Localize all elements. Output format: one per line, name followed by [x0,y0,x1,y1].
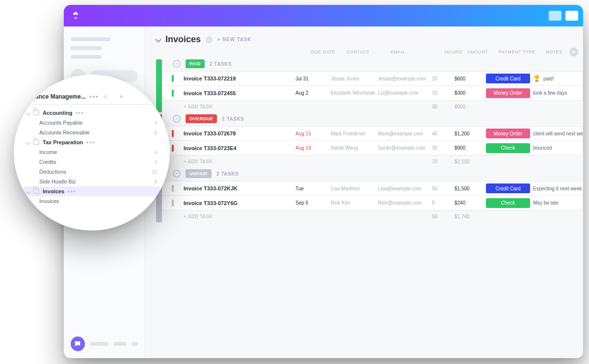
list-label: Accounts Receivable [39,130,90,135]
list-item[interactable]: Side Hustle Biz6 [27,177,157,186]
collapse-icon[interactable] [155,36,161,43]
more-icon[interactable]: ••• [76,110,85,116]
add-task-button[interactable]: + ADD TASK [184,101,295,112]
cell-email[interactable]: Rick@example.com [378,200,432,206]
cell-hours[interactable]: 10 [432,90,455,96]
cell-contact[interactable]: Elizabeth Wincheste [331,90,378,96]
list-item[interactable]: Accounts Payable4 [27,118,157,128]
status-check-icon[interactable] [173,60,181,68]
column-hours[interactable]: HOURS [445,50,467,54]
more-icon[interactable]: ••• [86,139,95,145]
payment-type-button[interactable]: Money Order [486,88,530,98]
cell-amount[interactable]: $900 [455,145,486,151]
payment-type-button[interactable]: Check [486,198,530,208]
cell-contact[interactable]: Sarah Wang [331,145,378,151]
cell-notes[interactable]: Expecting it next week [533,186,583,191]
table-row[interactable]: Invoice T333-072Y6G Sep 5 Rick Kim Rick@… [162,196,583,210]
space-header[interactable]: Finance Manageme... ••• + [27,93,157,100]
window-maximize-button[interactable] [565,11,578,21]
task-name[interactable]: Invoice T333-0723E4 [184,145,295,151]
cell-email[interactable]: Mark@example.com [378,131,432,136]
task-name[interactable]: Invoice T333-072219 [184,76,295,81]
cell-due-date[interactable]: Tue [295,186,331,191]
cell-notes[interactable]: bounced [533,145,583,151]
info-icon[interactable] [206,36,213,43]
cell-email[interactable]: Liz@example.com [378,90,432,96]
cell-email[interactable]: Lisa@example.com [378,186,432,191]
task-name[interactable]: Invoice T333-072KJK [184,185,295,191]
list-item[interactable]: Invoices4 [27,196,157,206]
cell-contact[interactable]: Rick Kim [331,200,378,206]
status-tag[interactable]: OVERDUE [186,114,217,123]
cell-contact[interactable]: Jessie Jones [331,76,378,81]
list-item[interactable]: Deductions10 [27,167,157,177]
payment-type-button[interactable]: Check [486,143,530,153]
cell-hours[interactable]: 8 [432,200,455,206]
cell-due-date[interactable]: Sep 5 [295,200,331,206]
sidebar-skeleton [90,342,108,346]
new-task-button[interactable]: + NEW TASK [217,37,251,42]
status-tag[interactable]: UNPAID [186,169,212,178]
cell-hours[interactable]: 20 [432,76,455,81]
cell-amount[interactable]: $240 [455,200,486,206]
cell-email[interactable]: Jessie@example.com [378,76,432,81]
add-column-button[interactable]: + [569,48,578,56]
cell-notes[interactable]: 🏆paid! [533,75,583,82]
window-controls [549,11,578,21]
cell-amount[interactable]: $1,500 [455,186,486,191]
task-name[interactable]: Invoice T333-072Y6G [184,200,295,206]
task-name[interactable]: Invoice T333-072678 [184,130,295,136]
cell-due-date[interactable]: Aug 19 [295,145,331,151]
cell-hours[interactable]: 30 [432,145,455,151]
column-amount[interactable]: AMOUNT [467,50,499,54]
folder-item[interactable]: Tax Preparation ••• [27,137,157,147]
list-item[interactable]: Income4 [27,147,157,157]
column-contact[interactable]: CONTACT [347,50,391,54]
column-payment-type[interactable]: PAYMENT TYPE [499,50,546,54]
list-label: Accounts Payable [39,120,82,126]
cell-notes[interactable]: took a few days [533,90,583,96]
cell-due-date[interactable]: Aug 2 [295,90,331,96]
table-row[interactable]: Invoice T333-072219 Jul 31 Jessie Jones … [162,71,583,86]
cell-due-date[interactable]: Aug 15 [295,131,331,136]
list-title: Invoices [165,34,201,45]
folder-item[interactable]: Invoices ••• [24,186,160,196]
add-task-button[interactable]: + ADD TASK [184,156,295,167]
add-task-button[interactable]: + ADD TASK [184,211,295,222]
more-icon[interactable]: ••• [68,188,77,194]
chat-bubble-icon[interactable] [71,337,85,351]
table-row[interactable]: Invoice T333-072KJK Tue Lisa Martinez Li… [162,181,583,196]
table-row[interactable]: Invoice T333-072678 Aug 15 Mark Freedman… [162,126,583,141]
cell-contact[interactable]: Lisa Martinez [331,186,378,191]
gear-icon[interactable] [103,94,108,100]
group-totals: + ADD TASK 58 $1,740 [162,210,583,222]
cell-amount[interactable]: $600 [455,76,486,81]
status-tag[interactable]: PAID [186,59,205,68]
list-item[interactable]: Accounts Receivable6 [27,128,157,137]
cell-hours[interactable]: 50 [432,186,455,191]
window-minimize-button[interactable] [549,11,562,21]
more-icon[interactable]: ••• [90,93,99,100]
cell-hours[interactable]: 40 [432,131,455,136]
table-row[interactable]: Invoice T333-072455 Aug 2 Elizabeth Winc… [162,86,583,101]
cell-amount[interactable]: $300 [455,90,486,96]
column-due-date[interactable]: DUE DATE [311,50,347,54]
cell-email[interactable]: Sarah@example.com [378,145,432,151]
status-check-icon[interactable] [173,170,181,178]
cell-notes[interactable]: client will send next we [533,131,583,136]
cell-amount[interactable]: $1,200 [455,131,486,136]
table-row[interactable]: Invoice T333-0723E4 Aug 19 Sarah Wang Sa… [162,141,583,156]
column-email[interactable]: EMAIL [391,50,445,54]
task-name[interactable]: Invoice T333-072455 [184,90,295,96]
add-folder-button[interactable]: + [119,93,123,100]
cell-contact[interactable]: Mark Freedman [331,131,378,136]
payment-type-button[interactable]: Credit Card [486,183,530,193]
list-item[interactable]: Credits3 [27,157,157,167]
cell-notes[interactable]: May be late [533,200,583,206]
column-notes[interactable]: NOTES [546,50,566,54]
status-check-icon[interactable] [173,115,181,123]
folder-item[interactable]: Accounting ••• [27,108,157,118]
payment-type-button[interactable]: Credit Card [486,74,530,83]
payment-type-button[interactable]: Money Order [486,129,530,138]
cell-due-date[interactable]: Jul 31 [295,76,331,81]
